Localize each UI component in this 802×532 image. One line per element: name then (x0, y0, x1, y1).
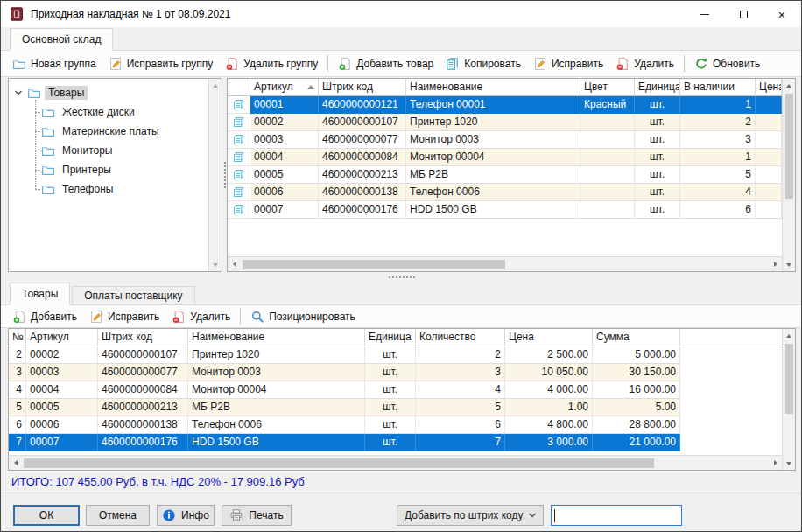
barcode-mode-select[interactable]: Добавить по штрих коду (397, 505, 544, 526)
column-header-artikul[interactable]: Артикул (250, 79, 319, 96)
edit-group-button[interactable]: Исправить группу (102, 54, 220, 74)
scroll-track[interactable] (22, 456, 769, 470)
refresh-button[interactable]: Обновить (688, 54, 766, 74)
horizontal-splitter[interactable] (8, 272, 796, 283)
invoice-row[interactable]: 4000044600000000084Монитор 00004шт.44 00… (9, 382, 680, 399)
column-header-num[interactable]: № (9, 329, 26, 346)
product-row[interactable]: 000014600000000121Телефон 00001Красныйшт… (228, 96, 782, 114)
invoice-row[interactable]: 7000074600000000176HDD 1500 GBшт.73 000.… (9, 434, 680, 452)
tab-supplier-payments[interactable]: Оплаты поставщику (72, 286, 194, 305)
minimize-button[interactable] (686, 1, 724, 27)
column-header-summa[interactable]: Сумма (593, 329, 680, 346)
column-header-edinitsa[interactable]: Единица (365, 329, 416, 346)
scroll-track[interactable] (209, 92, 222, 258)
product-row[interactable]: 000044600000000084Монитор 00004шт.1 (228, 149, 782, 166)
row-indicator-cell[interactable] (228, 184, 250, 201)
cancel-button[interactable]: Отмена (86, 505, 150, 526)
scroll-up-arrow[interactable] (783, 79, 796, 92)
invoice-row[interactable]: 6000064600000000138Телефон 0006шт.64 800… (9, 416, 680, 434)
scroll-thumb[interactable] (24, 458, 654, 468)
row-indicator-cell[interactable] (228, 201, 250, 219)
chevron-down-icon[interactable] (13, 88, 24, 98)
tree-vscroll[interactable] (208, 79, 222, 271)
scroll-track[interactable] (783, 342, 795, 457)
scroll-up-arrow[interactable] (783, 329, 796, 342)
tree-item-hard-drives[interactable]: Жесткие диски (9, 102, 208, 122)
edit-pencil-icon (89, 310, 103, 324)
tree-item-printers[interactable]: Принтеры (9, 160, 208, 179)
scroll-up-arrow[interactable] (209, 79, 222, 92)
column-header-artikul[interactable]: Артикул (26, 329, 98, 346)
column-header-tsvet[interactable]: Цвет (580, 79, 635, 96)
tree-item-monitors[interactable]: Мониторы (9, 141, 208, 160)
locate-button[interactable]: Позиционировать (244, 307, 362, 326)
scroll-track[interactable] (241, 257, 769, 271)
column-header-tsena[interactable]: Цена (505, 329, 593, 346)
cell-artikul: 00007 (250, 201, 319, 219)
add-row-button[interactable]: Добавить (6, 307, 83, 326)
delete-group-button[interactable]: Удалить группу (219, 54, 324, 74)
edit-button[interactable]: Исправить (83, 307, 165, 326)
product-row[interactable]: 000034600000000077Монитор 0003шт.3 (228, 131, 782, 149)
add-product-button[interactable]: Добавить товар (332, 54, 440, 74)
column-header-naimenovanie[interactable]: Наименование (406, 79, 580, 96)
invoice-row[interactable]: 3000034600000000077Монитор 0003шт.310 05… (9, 364, 680, 382)
folder-icon (41, 163, 55, 177)
ok-button[interactable]: ОК (13, 505, 80, 526)
edit-button[interactable]: Исправить (527, 54, 609, 74)
product-row[interactable]: 000064600000000138Телефон 0006шт.4 (228, 184, 782, 201)
invoice-row[interactable]: 5000054600000000213МБ P2Bшт.51.005.00 (9, 399, 680, 416)
column-header-tsena[interactable]: Цена (756, 79, 782, 96)
info-button[interactable]: Инфо (157, 505, 215, 526)
row-indicator-cell[interactable] (228, 149, 250, 166)
row-indicator-cell[interactable] (228, 114, 250, 131)
column-header-shtrih-kod[interactable]: Штрих код (98, 329, 188, 346)
scroll-left-arrow[interactable] (9, 457, 22, 470)
cell-artikul: 00001 (250, 96, 319, 114)
tab-main-warehouse[interactable]: Основной склад (10, 28, 113, 51)
scroll-thumb[interactable] (785, 344, 793, 414)
column-header-naimenovanie[interactable]: Наименование (188, 329, 365, 346)
tab-label: Основной склад (22, 33, 101, 46)
tab-invoice-items[interactable]: Товары (10, 283, 70, 305)
scroll-down-arrow[interactable] (783, 258, 796, 271)
scroll-down-arrow[interactable] (783, 457, 796, 470)
copy-button[interactable]: Копировать (440, 54, 527, 74)
delete-button[interactable]: Удалить (609, 54, 680, 74)
invoice-grid-hscroll[interactable] (9, 455, 782, 470)
row-indicator-cell[interactable] (228, 96, 250, 114)
column-header-kolichestvo[interactable]: Количество (416, 329, 505, 346)
product-row[interactable]: 000024600000000107Принтер 1020шт.2 (228, 114, 782, 131)
row-indicator-cell[interactable] (228, 166, 250, 184)
column-header-shtrih-kod[interactable]: Штрих код (319, 79, 406, 96)
product-row[interactable]: 000074600000000176HDD 1500 GBшт.6 (228, 201, 782, 219)
maximize-button[interactable] (724, 1, 763, 27)
column-header-v-nalichii[interactable]: В наличии (680, 79, 756, 96)
scroll-right-arrow[interactable] (769, 258, 782, 271)
toolbar-separator (240, 308, 241, 325)
app-window: Приходная накладная № 1 от 08.09.2021 × … (0, 0, 802, 532)
scroll-left-arrow[interactable] (228, 258, 241, 271)
column-header-edinitsa[interactable]: Единица (635, 79, 680, 96)
new-group-button[interactable]: Новая группа (6, 54, 102, 74)
scroll-right-arrow[interactable] (769, 457, 782, 470)
scroll-down-arrow[interactable] (209, 258, 222, 271)
invoice-toolbar: ДобавитьИсправитьУдалитьПозиционировать (1, 305, 801, 328)
tree-item-phones[interactable]: Телефоны (9, 179, 208, 199)
close-button[interactable]: × (763, 1, 801, 27)
scroll-thumb[interactable] (785, 94, 793, 199)
delete-button[interactable]: Удалить (165, 307, 236, 326)
products-grid-vscroll[interactable] (782, 79, 795, 271)
invoice-row[interactable]: 2000024600000000107Принтер 1020шт.22 500… (9, 346, 680, 364)
barcode-input[interactable] (551, 505, 682, 526)
tree-root-item[interactable]: Товары (9, 83, 208, 102)
product-row[interactable]: 000054600000000213МБ P2Bшт.5 (228, 166, 782, 184)
tree-item-motherboards[interactable]: Материнские платы (9, 122, 208, 141)
scroll-thumb[interactable] (243, 260, 505, 270)
splitter-grip (389, 276, 415, 278)
print-button[interactable]: Печать (222, 505, 292, 526)
row-indicator-cell[interactable] (228, 131, 250, 149)
invoice-grid-vscroll[interactable] (782, 329, 795, 470)
products-grid-hscroll[interactable] (228, 256, 782, 271)
scroll-track[interactable] (783, 92, 795, 258)
